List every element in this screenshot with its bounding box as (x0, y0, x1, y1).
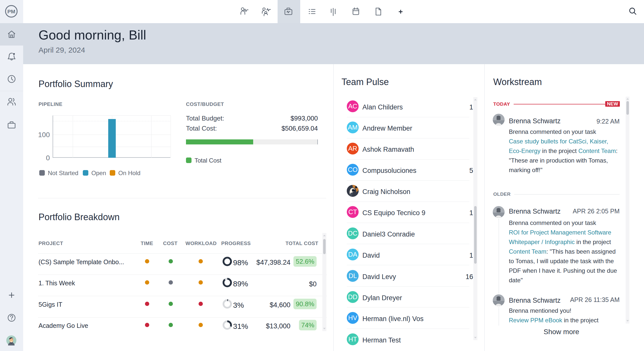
svg-text:PM: PM (7, 9, 15, 14)
